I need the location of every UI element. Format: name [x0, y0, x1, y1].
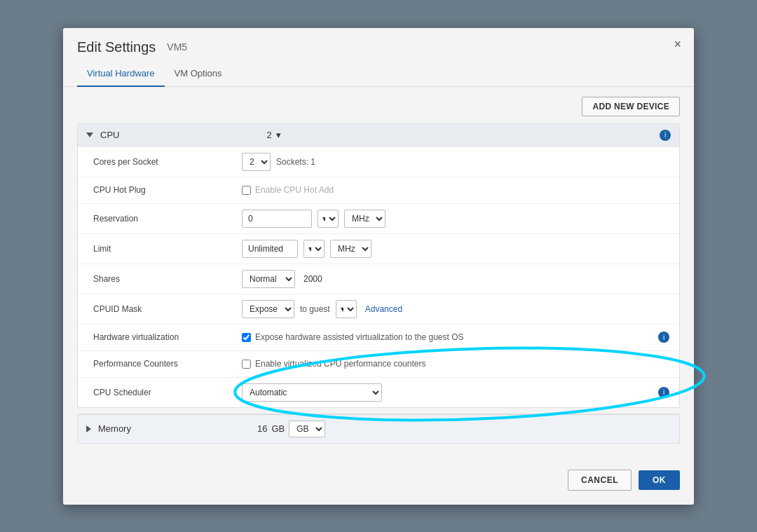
limit-dropdown[interactable]: ▾: [304, 240, 325, 258]
limit-unit-select[interactable]: MHz GHz: [330, 240, 371, 258]
hw-virt-controls: Expose hardware assisted virtualization …: [242, 332, 658, 342]
perf-counters-checkbox-label[interactable]: Enable virtualized CPU performance count…: [242, 359, 425, 369]
memory-unit: GB: [271, 423, 285, 434]
tab-vm-options[interactable]: VM Options: [165, 62, 232, 87]
reservation-dropdown[interactable]: ▾: [318, 210, 339, 228]
cpu-hot-plug-checkbox-text: Enable CPU Hot Add: [255, 185, 334, 195]
scheduler-info-icon[interactable]: i: [658, 387, 669, 398]
memory-section: Memory 16 GB GB MB: [77, 414, 680, 444]
cpu-collapse-icon: [86, 132, 93, 137]
ok-button[interactable]: OK: [639, 470, 680, 490]
shares-row: Shares Normal Low High Custom 2000: [78, 264, 679, 294]
hw-virt-checkbox[interactable]: [242, 333, 251, 342]
dialog-vm-name: VM5: [167, 41, 187, 53]
cores-per-socket-controls: 2 1 4 Sockets: 1: [242, 153, 669, 171]
memory-label: Memory: [98, 423, 131, 434]
reservation-label: Reservation: [88, 214, 242, 224]
cpu-info-icon[interactable]: i: [660, 130, 671, 141]
close-button[interactable]: ×: [674, 38, 681, 50]
add-new-device-button[interactable]: ADD NEW DEVICE: [582, 97, 680, 116]
reservation-unit-select[interactable]: MHz GHz: [344, 210, 386, 228]
limit-row: Limit ▾ MHz GHz: [78, 233, 679, 264]
perf-counters-checkbox[interactable]: [242, 360, 251, 369]
dialog-footer: CANCEL OK: [568, 470, 680, 491]
perf-counters-label: Performance Counters: [88, 359, 242, 369]
tab-virtual-hardware[interactable]: Virtual Hardware: [77, 62, 165, 87]
limit-input[interactable]: [242, 240, 298, 258]
dialog-title: Edit Settings: [77, 39, 156, 55]
reservation-input[interactable]: [242, 210, 312, 228]
hw-virt-info-icon[interactable]: i: [658, 332, 669, 343]
cpu-label: CPU: [100, 130, 119, 140]
cpu-section-header[interactable]: CPU 2 ▾ i: [78, 124, 679, 146]
cpu-scheduler-row: CPU Scheduler Automatic i: [78, 377, 679, 407]
memory-expand-icon: [86, 425, 91, 432]
cpu-scheduler-select[interactable]: Automatic: [242, 383, 382, 402]
hw-virt-label: Hardware virtualization: [88, 332, 242, 342]
cpuid-to-guest: to guest: [300, 304, 330, 314]
limit-label: Limit: [88, 244, 242, 254]
cpu-hot-plug-checkbox-label[interactable]: Enable CPU Hot Add: [242, 185, 334, 195]
cpuid-expose-select[interactable]: Expose Hide: [242, 300, 294, 318]
perf-counters-controls: Enable virtualized CPU performance count…: [242, 359, 669, 369]
reservation-row: Reservation ▾ MHz GHz: [78, 203, 679, 233]
cores-per-socket-row: Cores per Socket 2 1 4 Sockets: 1: [78, 146, 679, 177]
shares-mode-select[interactable]: Normal Low High Custom: [242, 270, 295, 288]
cancel-button[interactable]: CANCEL: [568, 470, 632, 491]
memory-unit-select[interactable]: GB MB: [289, 421, 325, 437]
tab-bar: Virtual Hardware VM Options: [63, 62, 694, 87]
cpu-hot-plug-label: CPU Hot Plug: [88, 185, 242, 195]
cpuid-mask-label: CPUID Mask: [88, 304, 242, 314]
cpuid-mask-controls: Expose Hide to guest ▾ Advanced: [242, 300, 669, 318]
cpu-scheduler-label: CPU Scheduler: [88, 388, 242, 397]
cpu-hot-plug-row: CPU Hot Plug Enable CPU Hot Add: [78, 177, 679, 203]
cpu-scheduler-controls: Automatic: [242, 383, 658, 402]
dialog-body: ADD NEW DEVICE CPU 2 ▾ i Cores per Socke…: [63, 87, 694, 459]
limit-controls: ▾ MHz GHz: [242, 240, 669, 258]
cpuid-mask-row: CPUID Mask Expose Hide to guest ▾ Advanc…: [78, 294, 679, 324]
shares-value: 2000: [304, 274, 322, 284]
cpu-section: CPU 2 ▾ i Cores per Socket 2 1 4: [77, 123, 680, 408]
hw-virt-checkbox-text: Expose hardware assisted virtualization …: [255, 332, 464, 342]
cpu-hot-plug-controls: Enable CPU Hot Add: [242, 185, 669, 195]
dialog-header: Edit Settings VM5 ×: [63, 28, 694, 55]
hw-virt-checkbox-label[interactable]: Expose hardware assisted virtualization …: [242, 332, 464, 342]
add-device-row: ADD NEW DEVICE: [77, 97, 680, 116]
memory-section-header[interactable]: Memory 16 GB GB MB: [78, 414, 679, 443]
cores-per-socket-label: Cores per Socket: [88, 157, 242, 167]
memory-value: 16: [257, 423, 267, 434]
cpuid-guest-select[interactable]: ▾: [336, 300, 357, 318]
sockets-label: Sockets: 1: [276, 157, 315, 167]
cpu-header-value: 2 ▾: [266, 130, 280, 140]
shares-label: Shares: [88, 274, 242, 284]
cpuid-advanced-link[interactable]: Advanced: [365, 304, 402, 314]
hardware-virtualization-row: Hardware virtualization Expose hardware …: [78, 324, 679, 350]
perf-counters-checkbox-text: Enable virtualized CPU performance count…: [255, 359, 425, 369]
reservation-controls: ▾ MHz GHz: [242, 210, 669, 228]
edit-settings-dialog: Edit Settings VM5 × Virtual Hardware VM …: [63, 28, 694, 505]
performance-counters-row: Performance Counters Enable virtualized …: [78, 350, 679, 377]
cpu-value-chevron: ▾: [276, 130, 281, 140]
cpu-hot-plug-checkbox[interactable]: [242, 186, 251, 195]
shares-controls: Normal Low High Custom 2000: [242, 270, 669, 288]
cores-per-socket-select[interactable]: 2 1 4: [242, 153, 271, 171]
